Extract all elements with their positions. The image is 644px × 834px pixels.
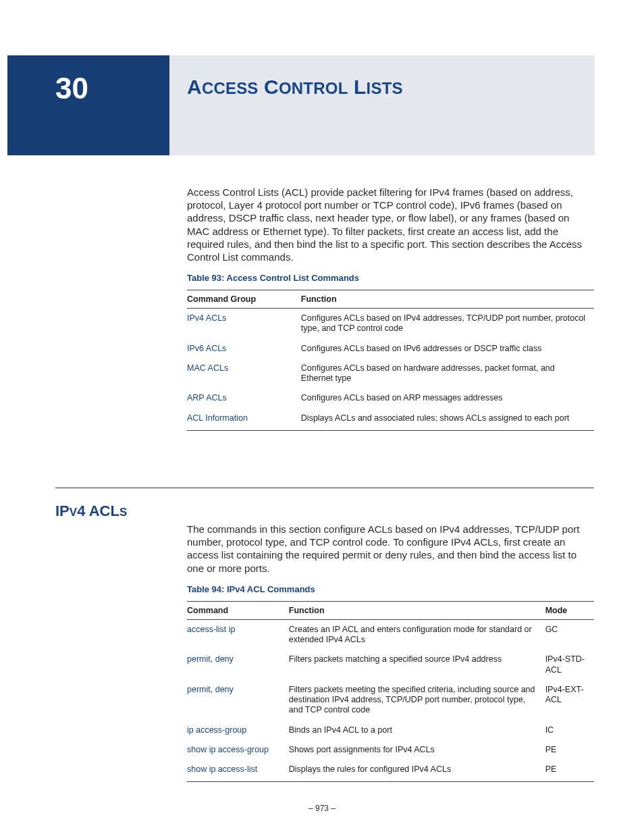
cell-function: Configures ACLs based on IPv6 addresses … (301, 339, 594, 359)
table-row: permit, deny Filters packets meeting the… (187, 680, 594, 721)
cell-function: Filters packets matching a specified sou… (289, 650, 545, 680)
table-93-header-group: Command Group (187, 290, 301, 309)
link-ipv4-acls[interactable]: IPv4 ACLs (187, 313, 226, 323)
cell-function: Shows port assignments for IPv4 ACLs (289, 740, 545, 760)
link-show-ip-access-group[interactable]: show ip access-group (187, 745, 269, 754)
cell-function: Displays the rules for configured IPv4 A… (289, 760, 545, 782)
chapter-number: 30 (55, 72, 88, 105)
cell-function: Configures ACLs based on ARP messages ad… (301, 388, 594, 408)
cell-function: Creates an IP ACL and enters configurati… (289, 619, 545, 650)
table-row: ARP ACLs Configures ACLs based on ARP me… (187, 388, 594, 408)
link-acl-information[interactable]: ACL Information (187, 413, 248, 423)
table-row: permit, deny Filters packets matching a … (187, 650, 594, 680)
cell-mode: IC (545, 721, 594, 740)
table-94-header-command: Command (187, 601, 289, 619)
table-93: Command Group Function IPv4 ACLs Configu… (187, 290, 594, 431)
cell-mode: GC (545, 619, 594, 650)
cell-mode: PE (545, 760, 594, 782)
section-ipv4-acls-heading: IPV4 ACLS (55, 502, 127, 520)
link-ipv6-acls[interactable]: IPv6 ACLs (187, 344, 226, 353)
cell-mode: IPv4-STD-ACL (545, 650, 594, 680)
table-94-title: Table 94: IPv4 ACL Commands (187, 584, 594, 594)
link-permit-deny-std[interactable]: permit, deny (187, 654, 234, 664)
link-show-ip-access-list[interactable]: show ip access-list (187, 764, 257, 774)
cell-mode: IPv4-EXT-ACL (545, 680, 594, 721)
cell-function: Configures ACLs based on hardware addres… (301, 359, 594, 389)
table-row: IPv4 ACLs Configures ACLs based on IPv4 … (187, 309, 594, 339)
chapter-title-box (169, 55, 595, 155)
link-mac-acls[interactable]: MAC ACLs (187, 363, 228, 373)
table-row: show ip access-group Shows port assignme… (187, 740, 594, 760)
chapter-number-box (7, 55, 169, 155)
chapter-title: ACCESS CONTROL LISTS (187, 76, 403, 99)
table-93-title: Table 93: Access Control List Commands (187, 273, 594, 283)
table-94-header-function: Function (289, 601, 545, 619)
cell-function: Displays ACLs and associated rules; show… (301, 409, 594, 431)
link-permit-deny-ext[interactable]: permit, deny (187, 685, 234, 694)
table-row: show ip access-list Displays the rules f… (187, 760, 594, 782)
table-row: MAC ACLs Configures ACLs based on hardwa… (187, 359, 594, 389)
table-row: ACL Information Displays ACLs and associ… (187, 409, 594, 431)
cell-function: Binds an IPv4 ACL to a port (289, 721, 545, 740)
table-94-header-mode: Mode (545, 601, 594, 619)
link-arp-acls[interactable]: ARP ACLs (187, 393, 227, 402)
cell-function: Filters packets meeting the specified cr… (289, 680, 545, 721)
link-access-list-ip[interactable]: access-list ip (187, 625, 236, 634)
link-ip-access-group[interactable]: ip access-group (187, 725, 246, 735)
table-row: IPv6 ACLs Configures ACLs based on IPv6 … (187, 339, 594, 359)
table-94: Command Function Mode access-list ip Cre… (187, 601, 594, 783)
table-row: ip access-group Binds an IPv4 ACL to a p… (187, 721, 594, 740)
cell-mode: PE (545, 740, 594, 760)
intro-paragraph: Access Control Lists (ACL) provide packe… (187, 186, 594, 263)
section-divider (55, 488, 594, 488)
table-row: access-list ip Creates an IP ACL and ent… (187, 619, 594, 650)
section-intro-paragraph: The commands in this section configure A… (187, 523, 594, 575)
table-93-header-function: Function (301, 290, 594, 309)
page-number: – 973 – (0, 804, 644, 813)
cell-function: Configures ACLs based on IPv4 addresses,… (301, 309, 594, 339)
